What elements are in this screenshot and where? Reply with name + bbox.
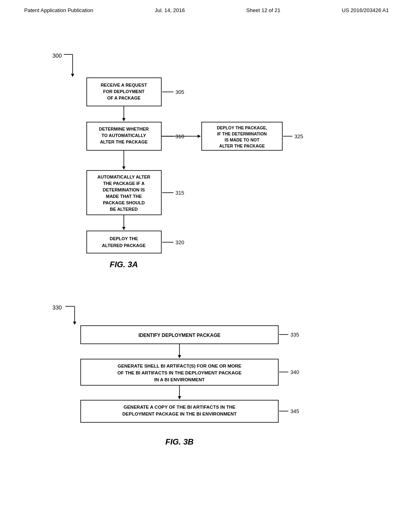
- svg-text:BE ALTERED: BE ALTERED: [110, 207, 138, 212]
- svg-text:OF A PACKAGE: OF A PACKAGE: [107, 96, 141, 100]
- svg-marker-2: [71, 74, 74, 77]
- svg-marker-31: [73, 322, 76, 325]
- ref-335: 335: [290, 332, 299, 338]
- svg-marker-18: [122, 166, 125, 170]
- ref-320: 320: [175, 239, 184, 245]
- box-325-text: DEPLOY THE PACKAGE,: [217, 125, 267, 130]
- fig3b-label: FIG. 3B: [165, 437, 194, 446]
- header-center-date: Jul. 14, 2016: [155, 7, 185, 13]
- box-310-text: DETERMINE WHETHER: [99, 127, 149, 131]
- fig3b-num: 330: [52, 304, 62, 311]
- fig3a-num: 300: [52, 52, 62, 59]
- header-sheet: Sheet 12 of 21: [246, 7, 281, 13]
- svg-text:FOR DEPLOYMENT: FOR DEPLOYMENT: [103, 89, 145, 94]
- page-header: Patent Application Publication Jul. 14, …: [0, 0, 413, 17]
- fig3b-diagram: 330 IDENTIFY DEPLOYMENT PACKAGE 335 GENE…: [40, 287, 323, 457]
- svg-text:TO AUTOMATICALLY: TO AUTOMATICALLY: [102, 133, 146, 138]
- svg-marker-7: [122, 118, 125, 121]
- fig3a-section: 300 RECEIVE A REQUEST FOR DEPLOYMENT OF …: [0, 17, 413, 465]
- box-345-text: GENERATE A COPY OF THE BI ARTIFACTS IN T…: [123, 405, 236, 409]
- svg-text:ALTER THE PACKAGE: ALTER THE PACKAGE: [219, 143, 265, 148]
- svg-text:PACKAGE SHOULD: PACKAGE SHOULD: [103, 200, 145, 205]
- ref-305: 305: [175, 89, 184, 95]
- header-left: Patent Application Publication: [24, 7, 93, 13]
- svg-text:ALTERED PACKAGE: ALTERED PACKAGE: [102, 243, 146, 248]
- svg-text:IN A BI ENVIRONMENT: IN A BI ENVIRONMENT: [154, 377, 204, 382]
- fig3a-svg: 300 RECEIVE A REQUEST FOR DEPLOYMENT OF …: [40, 33, 323, 275]
- svg-text:ALTER THE PACKAGE: ALTER THE PACKAGE: [100, 139, 148, 144]
- svg-marker-34: [178, 355, 181, 358]
- ref-345: 345: [290, 408, 299, 414]
- fig3a-diagram: 300 RECEIVE A REQUEST FOR DEPLOYMENT OF …: [40, 33, 323, 275]
- svg-text:DEPLOYMENT PACKAGE IN THE BI E: DEPLOYMENT PACKAGE IN THE BI ENVIRONMENT: [122, 411, 236, 416]
- box-320: [87, 231, 161, 253]
- box-340-text: GENERATE SHELL BI ARTIFACT(S) FOR ONE OR…: [117, 364, 241, 368]
- header-right: US 2016/203426 A1: [342, 7, 389, 13]
- ref-325: 325: [294, 133, 303, 139]
- fig3a-label: FIG. 3A: [110, 260, 138, 269]
- svg-text:IS MADE TO NOT: IS MADE TO NOT: [225, 137, 260, 142]
- svg-text:THE PACKAGE IF A: THE PACKAGE IF A: [103, 181, 145, 186]
- svg-text:MADE THAT THE: MADE THAT THE: [106, 194, 142, 199]
- box-320-text: DEPLOY THE: [110, 236, 138, 241]
- box-315-text: AUTOMATICALLY ALTER: [98, 175, 150, 179]
- ref-315: 315: [175, 190, 184, 196]
- svg-marker-39: [178, 396, 181, 399]
- ref-340: 340: [290, 369, 299, 375]
- fig3b-svg: 330 IDENTIFY DEPLOYMENT PACKAGE 335 GENE…: [40, 287, 335, 457]
- svg-text:OF THE BI ARTIFACTS IN THE DEP: OF THE BI ARTIFACTS IN THE DEPLOYMENT PA…: [117, 370, 242, 375]
- svg-text:IF THE DETERMINATION: IF THE DETERMINATION: [217, 131, 267, 136]
- box-335-text: IDENTIFY DEPLOYMENT PACKAGE: [138, 332, 221, 338]
- svg-text:DETERMINATION IS: DETERMINATION IS: [103, 187, 145, 192]
- box-305-text: RECEIVE A REQUEST: [101, 83, 147, 87]
- svg-marker-12: [198, 135, 201, 138]
- svg-marker-26: [122, 227, 125, 230]
